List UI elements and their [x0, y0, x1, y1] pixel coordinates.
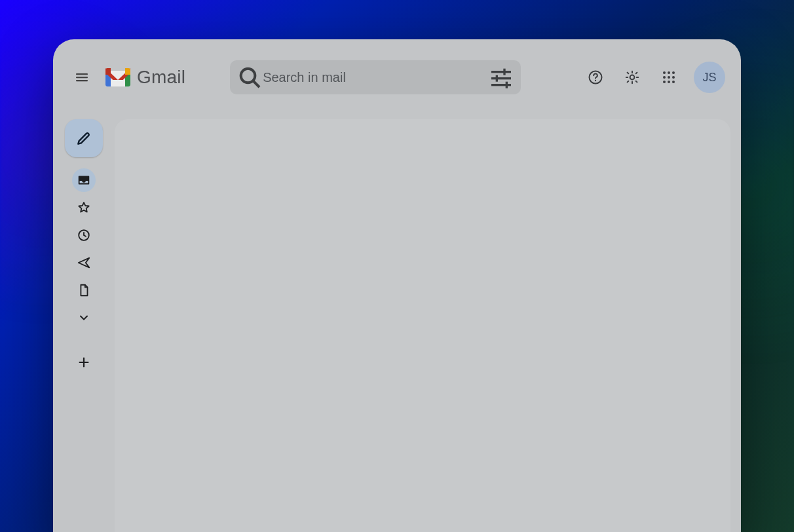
search-options-button[interactable] [488, 64, 514, 90]
help-icon [588, 69, 603, 85]
clock-icon [77, 228, 91, 242]
svg-point-12 [595, 80, 596, 81]
svg-point-19 [672, 76, 675, 79]
apps-grid-icon [661, 69, 677, 85]
nav-starred[interactable] [72, 196, 96, 219]
svg-line-4 [254, 81, 259, 87]
account-avatar[interactable]: JS [694, 62, 725, 93]
header-actions: JS [580, 62, 725, 93]
inbox-icon [77, 173, 91, 187]
svg-point-22 [672, 81, 675, 83]
svg-rect-5 [491, 71, 511, 73]
nav-drafts[interactable] [72, 278, 96, 302]
svg-rect-10 [506, 82, 508, 88]
search-icon [236, 64, 263, 90]
svg-rect-8 [503, 69, 505, 75]
svg-rect-2 [76, 80, 88, 81]
product-name: Gmail [137, 67, 185, 88]
nav-more[interactable] [72, 306, 96, 330]
svg-point-20 [663, 81, 666, 83]
chevron-down-icon [77, 311, 90, 324]
svg-point-3 [241, 69, 255, 83]
send-icon [77, 256, 91, 270]
nav-rail [53, 119, 115, 532]
content-panel [115, 119, 730, 532]
plus-icon [77, 355, 91, 370]
gear-icon [624, 69, 640, 85]
svg-rect-7 [491, 84, 511, 86]
svg-rect-6 [491, 77, 511, 79]
svg-point-16 [672, 71, 675, 74]
nav-snoozed[interactable] [72, 223, 96, 247]
document-icon [77, 283, 91, 297]
svg-point-21 [668, 81, 670, 83]
svg-point-14 [663, 71, 666, 74]
tune-icon [488, 64, 514, 90]
settings-button[interactable] [616, 62, 648, 93]
nav-sent[interactable] [72, 251, 96, 275]
nav-inbox[interactable] [72, 168, 96, 192]
search-bar [230, 60, 521, 94]
hamburger-icon [74, 69, 90, 85]
svg-point-15 [668, 71, 670, 74]
compose-button[interactable] [65, 119, 103, 157]
star-icon [77, 200, 91, 215]
search-input[interactable] [263, 70, 488, 85]
app-body [53, 115, 741, 532]
svg-point-13 [630, 75, 635, 80]
app-header: Gmail [53, 39, 741, 115]
pencil-icon [75, 130, 92, 147]
main-menu-button[interactable] [66, 62, 98, 93]
new-label-button[interactable] [72, 351, 96, 374]
svg-rect-9 [496, 75, 498, 82]
avatar-initials: JS [702, 71, 716, 85]
search-button[interactable] [236, 64, 263, 90]
svg-point-17 [663, 76, 666, 79]
svg-rect-1 [76, 77, 88, 78]
gmail-logo-icon [105, 68, 130, 86]
svg-rect-0 [76, 73, 88, 75]
google-apps-button[interactable] [653, 62, 685, 93]
svg-point-18 [668, 76, 670, 79]
gmail-window: Gmail [53, 39, 741, 532]
gmail-logo[interactable]: Gmail [105, 67, 185, 88]
support-button[interactable] [580, 62, 611, 93]
